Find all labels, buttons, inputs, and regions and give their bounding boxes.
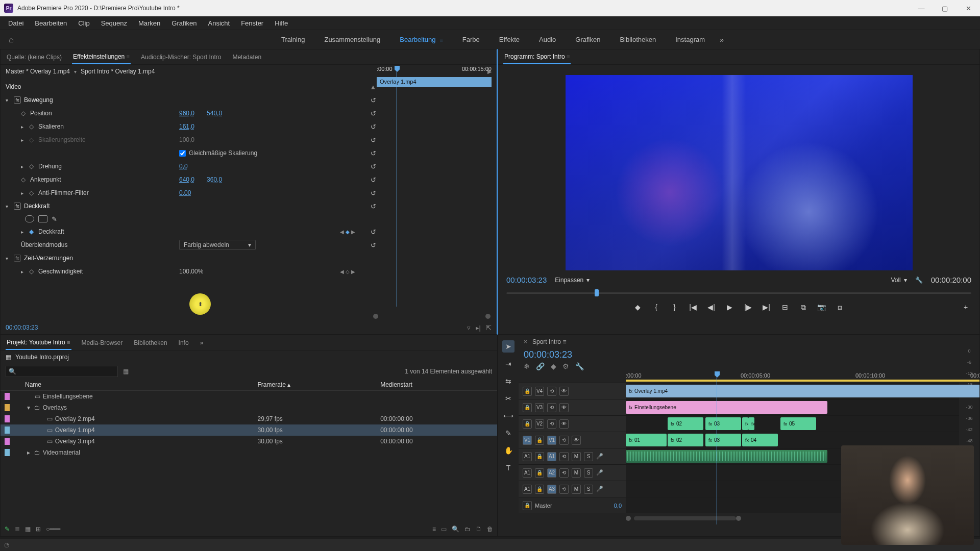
flimmer-value[interactable]: 0,00	[179, 189, 191, 196]
sync-lock-icon[interactable]: ⟲	[559, 468, 569, 478]
solo-button[interactable]: S	[584, 485, 593, 494]
sync-lock-icon[interactable]: ⟲	[559, 485, 569, 494]
step-back-icon[interactable]: ◀|	[706, 302, 717, 313]
zoom-dropdown[interactable]: Voll ▾	[891, 277, 906, 284]
trash-icon[interactable]: 🗑	[487, 525, 493, 533]
lock-icon[interactable]: 🔒	[523, 419, 532, 429]
src-patch[interactable]: A1	[523, 452, 532, 461]
tab-overflow-icon[interactable]: »	[199, 336, 205, 349]
reset-uniform-button[interactable]: ↺	[363, 149, 383, 157]
workspace-grafiken[interactable]: Grafiken	[567, 33, 608, 46]
src-patch[interactable]: V1	[523, 436, 532, 445]
auto-seq-icon[interactable]: ▭	[441, 525, 447, 533]
reset-skalbreite-button[interactable]: ↺	[363, 136, 383, 144]
list-view-icon[interactable]: ≣	[15, 525, 20, 533]
reset-blend-button[interactable]: ↺	[363, 241, 383, 249]
razor-tool-icon[interactable]: ✂	[502, 392, 514, 405]
minimize-button[interactable]: —	[910, 0, 933, 16]
close-seq-icon[interactable]: ×	[524, 338, 527, 345]
timeline-clip[interactable]: fx	[742, 417, 748, 430]
slip-tool-icon[interactable]: ⟷	[502, 410, 514, 422]
menu-sequenz[interactable]: Sequenz	[96, 18, 132, 29]
track-target[interactable]: V3	[535, 403, 544, 412]
fx-bewegung[interactable]: Bewegung	[24, 96, 53, 104]
effect-timeline-clip[interactable]: Overlay 1.mp4	[377, 77, 492, 87]
pen-tool-icon[interactable]: ✎	[502, 427, 514, 439]
marker-tool-icon[interactable]: ◆	[551, 362, 556, 370]
track-target[interactable]: V4	[535, 387, 544, 396]
linked-sel-icon[interactable]: 🔗	[536, 362, 545, 370]
src-patch[interactable]: A1	[523, 485, 532, 494]
workspace-overflow-icon[interactable]: »	[716, 36, 727, 44]
type-tool-icon[interactable]: T	[502, 462, 514, 474]
drehung-value[interactable]: 0,0	[179, 163, 188, 170]
kf-next-icon[interactable]: ▶	[351, 269, 355, 274]
sync-lock-icon[interactable]: ⟲	[547, 419, 556, 429]
tab-audio-mixer[interactable]: Audioclip-Mischer: Sport Intro	[140, 51, 222, 64]
col-framerate[interactable]: Framerate ▴	[253, 379, 376, 391]
mask-rect-icon[interactable]	[38, 215, 47, 222]
reset-drehung-button[interactable]: ↺	[363, 163, 383, 170]
lock-icon[interactable]: 🔒	[523, 501, 532, 510]
lift-icon[interactable]: ⊟	[779, 302, 791, 313]
menu-fenster[interactable]: Fenster	[236, 18, 268, 29]
reset-position-button[interactable]: ↺	[363, 110, 383, 117]
goto-in-icon[interactable]: |◀	[688, 302, 699, 313]
effect-timecode[interactable]: 00:00:03:23	[6, 324, 38, 331]
reset-skalieren-button[interactable]: ↺	[363, 123, 383, 131]
project-row[interactable]: ▭ Overlay 1.mp4 30,00 fps00:00:00:00	[1, 424, 497, 436]
col-medienstart[interactable]: Medienstart	[376, 379, 497, 391]
tab-program[interactable]: Programm: Sport Intro ≡	[503, 50, 571, 64]
tab-info[interactable]: Info	[178, 336, 190, 349]
home-icon[interactable]: ⌂	[5, 34, 17, 46]
snapshot-icon[interactable]: 📷	[816, 302, 827, 313]
lock-icon[interactable]: 🔒	[523, 387, 532, 396]
effect-master-label[interactable]: Master * Overlay 1.mp4	[6, 68, 70, 75]
track-target[interactable]: V1	[547, 436, 556, 445]
workspace-training[interactable]: Training	[273, 33, 313, 46]
filter-icon[interactable]: ▿	[467, 324, 471, 332]
menu-hilfe[interactable]: Hilfe	[270, 18, 293, 29]
lock-icon[interactable]: 🔒	[523, 403, 532, 412]
tab-effect-settings[interactable]: Effekteinstellungen ≡	[72, 50, 131, 64]
maximize-button[interactable]: ▢	[933, 0, 957, 16]
project-row[interactable]: ▸ 🗀 Videomaterial	[1, 447, 497, 458]
workspace-instagram[interactable]: Instagram	[667, 33, 713, 46]
kf-prev-icon[interactable]: ◀	[340, 229, 344, 235]
kf-next-icon[interactable]: ▶	[351, 229, 355, 235]
ripple-tool-icon[interactable]: ⇆	[502, 375, 514, 387]
track-select-tool-icon[interactable]: ⇥	[502, 358, 514, 370]
program-video[interactable]	[566, 75, 913, 270]
reset-bewegung-button[interactable]: ↺	[363, 96, 383, 104]
speed-value[interactable]: 100,00%	[179, 268, 203, 275]
toggle-output-icon[interactable]: 👁	[559, 387, 569, 396]
reset-flimmer-button[interactable]: ↺	[363, 189, 383, 197]
solo-button[interactable]: S	[584, 452, 593, 461]
project-row[interactable]: ▭ Einstellungsebene	[1, 391, 497, 403]
uniform-scale-checkbox[interactable]	[179, 150, 186, 157]
sync-lock-icon[interactable]: ⟲	[559, 436, 569, 445]
blend-mode-dropdown[interactable]: Farbig abwedeln▾	[179, 240, 256, 250]
zoom-handle-left[interactable]	[373, 314, 378, 319]
solo-button[interactable]: S	[584, 468, 593, 478]
reset-anker-button[interactable]: ↺	[363, 176, 383, 184]
zoom-handle-right[interactable]	[485, 314, 491, 319]
timeline-clip[interactable]: fx03	[705, 417, 741, 430]
zoom-handle-right[interactable]	[736, 516, 741, 521]
menu-clip[interactable]: Clip	[73, 18, 94, 29]
timeline-audio-clip[interactable]	[626, 450, 827, 463]
lock-icon[interactable]: 🔒	[535, 468, 544, 478]
new-item-icon[interactable]: ✎	[5, 525, 10, 533]
lock-icon[interactable]: 🔒	[535, 452, 544, 461]
project-row[interactable]: ▭ Overlay 2.mp4 29,97 fps00:00:00:00	[1, 413, 497, 424]
mark-out-icon[interactable]: }	[669, 302, 680, 313]
sort-icon[interactable]: ≡	[432, 525, 436, 533]
goto-out-icon[interactable]: ▶|	[761, 302, 772, 313]
kf-add-icon[interactable]: ◇	[346, 269, 350, 274]
anker-y[interactable]: 360,0	[207, 176, 222, 183]
timeline-seq-tab[interactable]: Sport Intro ≡	[532, 338, 566, 345]
timeline-clip[interactable]: fx	[748, 417, 754, 430]
icon-view-icon[interactable]: ▦	[25, 525, 31, 533]
position-x[interactable]: 960,0	[179, 110, 194, 117]
marker-icon[interactable]: ◆	[632, 302, 644, 313]
